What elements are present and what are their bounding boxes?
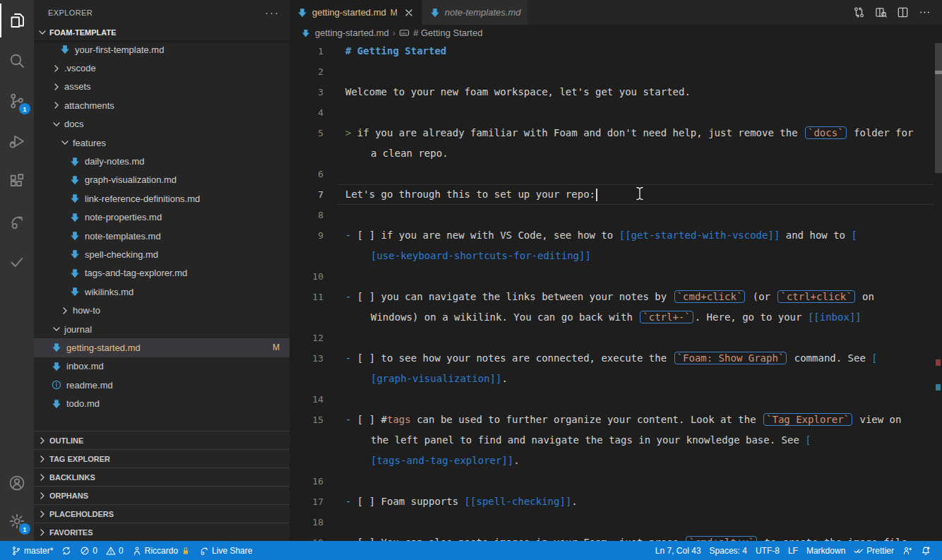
- status-item-label: Markdown: [806, 546, 845, 556]
- text-editor[interactable]: 1# Getting Started23Welcome to your new …: [290, 41, 942, 541]
- code-span-chip[interactable]: `cmd+click`: [674, 290, 746, 303]
- sidebar-panel-backlinks[interactable]: BACKLINKS: [34, 467, 290, 486]
- tab-getting-started.md[interactable]: getting-started.mdM: [290, 0, 422, 25]
- status-item-errors[interactable]: 0: [76, 541, 102, 560]
- tree-item[interactable]: spell-checking.md: [34, 245, 290, 263]
- markdown: [69, 230, 81, 242]
- activity-bar-item-run-debug[interactable]: [0, 124, 34, 158]
- share-icon: [8, 213, 25, 230]
- code-text: on: [857, 291, 874, 302]
- explorer-more-actions-icon[interactable]: ···: [265, 9, 280, 16]
- files-icon: [8, 12, 25, 29]
- wikilink[interactable]: [: [871, 352, 877, 364]
- tree-item[interactable]: features: [34, 133, 290, 152]
- code-text: if you are already familiar with Foam an…: [357, 127, 804, 138]
- sidebar-panel-tag-explorer[interactable]: TAG EXPLORER: [34, 449, 290, 467]
- sidebar-panel-orphans[interactable]: ORPHANS: [34, 486, 290, 504]
- tree-item[interactable]: .vscode: [34, 59, 290, 77]
- tree-item[interactable]: docs: [34, 115, 290, 133]
- tree-item[interactable]: tags-and-tag-explorer.md: [34, 264, 290, 282]
- wikilink[interactable]: [graph-visualization]]: [371, 373, 501, 384]
- tree-item[interactable]: your-first-template.md: [34, 40, 290, 59]
- code-span-chip[interactable]: `ctrl+click`: [777, 290, 854, 303]
- markdown: [51, 361, 62, 372]
- activity-bar-item-live-share[interactable]: [0, 205, 34, 239]
- check-icon: [8, 254, 25, 270]
- status-item-sync[interactable]: [57, 541, 76, 560]
- close-icon[interactable]: [403, 7, 415, 18]
- tree-item[interactable]: note-templates.md: [34, 227, 290, 245]
- code-text: and how to: [780, 230, 851, 241]
- tree-item[interactable]: daily-notes.md: [34, 152, 290, 170]
- line-text: Let's go through this to set up your rep…: [345, 184, 942, 205]
- wikilink[interactable]: [: [851, 230, 857, 241]
- activity-bar-item-source-control[interactable]: 1: [0, 84, 34, 118]
- code-span-chip[interactable]: `ctrl+-`: [640, 311, 693, 323]
- open-changes-icon[interactable]: [853, 6, 865, 18]
- markdown: [69, 286, 81, 297]
- editor-scrollbar[interactable]: [935, 43, 942, 173]
- status-item-cursor-position[interactable]: Ln 7, Col 43: [651, 541, 705, 560]
- breadcrumb-symbol[interactable]: # Getting Started: [413, 28, 482, 38]
- workspace-root-header[interactable]: FOAM-TEMPLATE: [34, 25, 290, 40]
- activity-bar-item-explorer[interactable]: [0, 4, 34, 37]
- activity-bar-item-extensions[interactable]: [0, 165, 34, 198]
- wikilink[interactable]: [[spell-checking]]: [465, 496, 572, 507]
- sidebar-panel-placeholders[interactable]: PLACEHOLDERS: [34, 504, 290, 523]
- code-text: [ ]: [357, 414, 381, 425]
- tree-item[interactable]: assets: [34, 78, 290, 96]
- tree-item[interactable]: attachments: [34, 96, 290, 114]
- file-tree: your-first-template.md.vscodeassetsattac…: [34, 40, 290, 412]
- wikilink[interactable]: [[inbox]]: [808, 311, 861, 323]
- tree-item[interactable]: readme.md: [34, 376, 290, 394]
- status-item-live-share-user[interactable]: Riccardo: [128, 541, 195, 560]
- status-item-prettier[interactable]: Prettier: [849, 541, 898, 560]
- wikilink[interactable]: [[get-started-with-vscode]]: [619, 230, 780, 241]
- code-span-chip[interactable]: `docs`: [805, 126, 847, 139]
- tree-item-label: daily-notes.md: [85, 156, 145, 167]
- open-preview-icon[interactable]: [875, 6, 887, 18]
- activity-bar-item-search[interactable]: [0, 44, 34, 78]
- tree-item[interactable]: todo.md: [34, 394, 290, 412]
- status-item-git-branch[interactable]: master*: [7, 541, 57, 560]
- sidebar-panel-favorites[interactable]: FAVORITES: [34, 523, 290, 541]
- split-editor-icon[interactable]: [897, 6, 909, 18]
- tree-item[interactable]: note-properties.md: [34, 208, 290, 227]
- tree-item[interactable]: journal: [34, 320, 290, 338]
- status-item-notifications[interactable]: [917, 541, 935, 560]
- status-item-live-share[interactable]: Live Share: [195, 541, 256, 560]
- tree-item[interactable]: getting-started.mdM: [34, 338, 290, 357]
- code-span-chip[interactable]: `Tag Explorer`: [763, 413, 852, 426]
- tree-item-label: how-to: [73, 305, 100, 316]
- activity-bar-item-settings[interactable]: 1: [0, 504, 34, 538]
- code-span-chip[interactable]: `cmd+alt+v`: [686, 536, 757, 541]
- more-actions-icon[interactable]: [919, 6, 931, 18]
- line-number: 9: [290, 225, 323, 246]
- text-cursor: [596, 189, 597, 201]
- activity-bar-item-checklist[interactable]: [0, 245, 34, 279]
- wikilink[interactable]: [use-keyboard-shortcuts-for-editing]]: [371, 250, 591, 261]
- tree-item[interactable]: how-to: [34, 301, 290, 319]
- editor-line: 19- [ ] You can also paste images in you…: [290, 532, 942, 541]
- status-item-warnings[interactable]: 0: [102, 541, 128, 560]
- tree-item[interactable]: wikilinks.md: [34, 282, 290, 301]
- status-item-language-mode[interactable]: Markdown: [802, 541, 849, 560]
- activity-bar-item-accounts[interactable]: [0, 466, 34, 500]
- breadcrumb-file[interactable]: getting-started.md: [315, 28, 389, 38]
- status-item-feedback[interactable]: [898, 541, 917, 560]
- sidebar-panel-outline[interactable]: OUTLINE: [34, 431, 290, 449]
- tree-item[interactable]: link-reference-definitions.md: [34, 189, 290, 208]
- tree-item[interactable]: graph-visualization.md: [34, 171, 290, 189]
- tab-note-templates.md[interactable]: note-templates.md: [422, 0, 529, 25]
- status-item-eol[interactable]: LF: [784, 541, 802, 560]
- tree-item[interactable]: inbox.md: [34, 357, 290, 376]
- status-item-indentation[interactable]: Spaces: 4: [705, 541, 751, 560]
- status-item-label: 0: [93, 546, 97, 556]
- code-text: -: [345, 352, 357, 364]
- panel-label: OUTLINE: [49, 436, 83, 445]
- wikilink[interactable]: [: [805, 434, 811, 446]
- svg-text:abc: abc: [401, 31, 407, 35]
- wikilink[interactable]: [tags-and-tag-explorer]]: [371, 455, 513, 466]
- status-item-encoding[interactable]: UTF-8: [751, 541, 784, 560]
- code-span-chip[interactable]: `Foam: Show Graph`: [674, 352, 787, 364]
